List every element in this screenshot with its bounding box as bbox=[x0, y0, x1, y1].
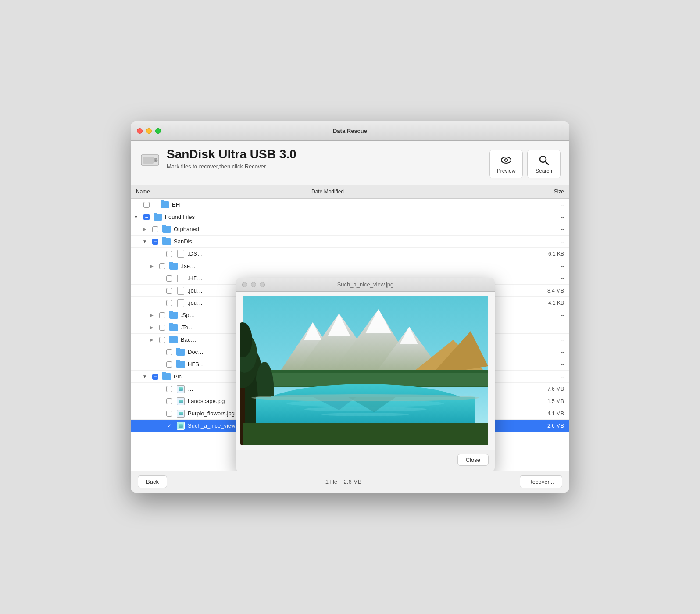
table-row[interactable]: .DS… 6.1 KB bbox=[131, 248, 569, 260]
search-button[interactable]: Search bbox=[527, 150, 561, 178]
eye-icon bbox=[500, 154, 512, 166]
chevron-found[interactable]: ▼ bbox=[132, 214, 139, 219]
traffic-lights bbox=[137, 128, 161, 134]
landscape-svg bbox=[240, 296, 490, 445]
checkbox-nice-view[interactable] bbox=[166, 423, 172, 429]
checkbox-file1[interactable] bbox=[166, 386, 172, 392]
drive-title: SanDisk Ultra USB 3.0 bbox=[167, 148, 296, 161]
chevron-orphaned[interactable]: ▶ bbox=[141, 227, 148, 232]
close-button[interactable] bbox=[137, 128, 143, 134]
back-button[interactable]: Back bbox=[138, 475, 167, 488]
checkbox-jou2[interactable] bbox=[166, 300, 172, 306]
checkbox-orphaned[interactable] bbox=[152, 226, 158, 232]
search-icon bbox=[538, 154, 550, 166]
preview-button[interactable]: Preview bbox=[489, 150, 523, 178]
preview-dot2 bbox=[251, 282, 256, 287]
preview-titlebar: Such_a_nice_view.jpg bbox=[236, 278, 495, 292]
checkbox-sp[interactable] bbox=[159, 312, 165, 318]
svg-point-3 bbox=[155, 160, 157, 161]
main-window: Data Rescue SanDisk Ultra USB 3.0 Mark f… bbox=[131, 121, 569, 493]
drive-icon bbox=[139, 149, 161, 170]
header: SanDisk Ultra USB 3.0 Mark files to reco… bbox=[131, 141, 569, 185]
checkbox-hfs[interactable] bbox=[166, 361, 172, 368]
table-row[interactable]: ▼ SanDis… -- bbox=[131, 236, 569, 248]
svg-rect-1 bbox=[143, 157, 154, 164]
checkbox-jou1[interactable] bbox=[166, 288, 172, 294]
col-date-header: Date Modified bbox=[306, 187, 525, 196]
window-title: Data Rescue bbox=[333, 128, 367, 134]
checkbox-bac[interactable] bbox=[159, 337, 165, 343]
col-name-header: Name bbox=[131, 187, 306, 196]
svg-point-37 bbox=[251, 394, 479, 401]
preview-image bbox=[240, 296, 490, 445]
col-size-header: Size bbox=[525, 187, 569, 196]
chevron-fse[interactable]: ▶ bbox=[148, 264, 155, 268]
checkbox-sandisk[interactable] bbox=[152, 239, 158, 245]
checkbox-doc[interactable] bbox=[166, 349, 172, 355]
table-header: Name Date Modified Size bbox=[131, 185, 569, 199]
table-row[interactable]: ▶ .fse… -- bbox=[131, 260, 569, 272]
svg-rect-36 bbox=[243, 423, 488, 445]
header-text: SanDisk Ultra USB 3.0 Mark files to reco… bbox=[167, 148, 296, 170]
preview-modal: Such_a_nice_view.jpg bbox=[236, 278, 495, 471]
file-list: EFI -- ▼ Found Files -- ▶ Or bbox=[131, 199, 569, 471]
checkbox-landscape[interactable] bbox=[166, 398, 172, 404]
preview-title: Such_a_nice_view.jpg bbox=[268, 281, 462, 288]
recover-button[interactable]: Recover... bbox=[520, 475, 562, 488]
footer-info: 1 file – 2.6 MB bbox=[325, 478, 362, 485]
checkbox-efi[interactable] bbox=[143, 202, 150, 208]
svg-point-28 bbox=[304, 407, 427, 411]
table-row[interactable]: EFI -- bbox=[131, 199, 569, 211]
header-subtitle: Mark files to recover,then click Recover… bbox=[167, 163, 296, 170]
footer: Back 1 file – 2.6 MB Recover... bbox=[131, 471, 569, 493]
checkbox-hf[interactable] bbox=[166, 275, 172, 282]
header-left: SanDisk Ultra USB 3.0 Mark files to reco… bbox=[139, 148, 296, 170]
svg-point-6 bbox=[505, 159, 507, 161]
checkbox-ds[interactable] bbox=[166, 251, 172, 257]
preview-image-area bbox=[236, 292, 495, 450]
svg-line-8 bbox=[546, 162, 549, 165]
maximize-button[interactable] bbox=[155, 128, 161, 134]
titlebar: Data Rescue bbox=[131, 121, 569, 141]
preview-close-button[interactable]: Close bbox=[457, 454, 489, 466]
checkbox-fse[interactable] bbox=[159, 263, 165, 269]
checkbox-pictures[interactable] bbox=[152, 374, 158, 380]
preview-close-area: Close bbox=[236, 450, 495, 471]
preview-dot1 bbox=[242, 282, 247, 287]
preview-dot3 bbox=[260, 282, 265, 287]
checkbox-found[interactable] bbox=[143, 214, 150, 220]
checkbox-purple[interactable] bbox=[166, 411, 172, 417]
chevron-sandisk[interactable]: ▼ bbox=[141, 239, 148, 244]
table-row[interactable]: ▶ Orphaned -- bbox=[131, 223, 569, 236]
header-buttons: Preview Search bbox=[489, 150, 561, 178]
table-row[interactable]: ▼ Found Files -- bbox=[131, 211, 569, 223]
checkbox-te[interactable] bbox=[159, 325, 165, 331]
minimize-button[interactable] bbox=[146, 128, 152, 134]
svg-point-29 bbox=[321, 413, 409, 416]
